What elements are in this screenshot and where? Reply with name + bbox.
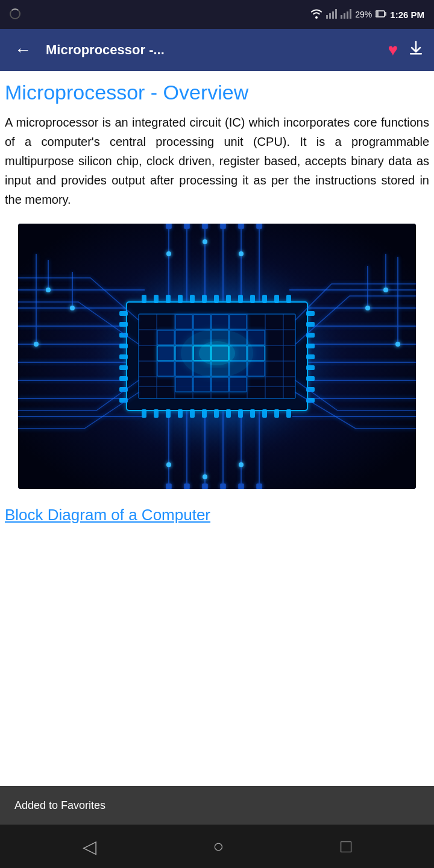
svg-rect-3 — [335, 9, 337, 19]
svg-rect-76 — [306, 376, 315, 381]
svg-rect-144 — [230, 377, 247, 392]
svg-rect-55 — [184, 484, 189, 489]
svg-rect-4 — [341, 15, 342, 19]
svg-rect-119 — [175, 315, 192, 329]
svg-rect-58 — [239, 484, 244, 489]
svg-rect-129 — [157, 346, 174, 360]
svg-rect-121 — [212, 315, 228, 329]
favorite-button[interactable]: ♥ — [388, 40, 398, 60]
time: 1:26 PM — [390, 10, 424, 20]
svg-rect-54 — [166, 484, 171, 489]
svg-rect-100 — [238, 409, 243, 418]
svg-point-153 — [166, 251, 171, 256]
svg-point-146 — [199, 341, 235, 365]
svg-point-154 — [203, 239, 207, 244]
svg-rect-93 — [154, 409, 159, 418]
svg-rect-95 — [178, 409, 183, 418]
svg-rect-73 — [306, 344, 315, 348]
svg-rect-0 — [326, 15, 328, 19]
svg-point-155 — [239, 251, 244, 256]
svg-rect-143 — [212, 377, 228, 392]
chip-image — [18, 224, 416, 489]
svg-rect-89 — [262, 295, 267, 303]
wifi-icon — [310, 9, 322, 20]
svg-rect-80 — [154, 295, 159, 303]
battery-icon — [376, 10, 386, 20]
svg-rect-87 — [238, 295, 243, 303]
nav-title: Microprocessor -... — [46, 42, 378, 58]
svg-rect-88 — [250, 295, 255, 303]
svg-rect-43 — [184, 224, 189, 228]
svg-rect-122 — [230, 315, 247, 329]
svg-rect-96 — [190, 409, 195, 418]
svg-rect-64 — [119, 344, 128, 348]
nav-bar: ← Microprocessor -... ♥ — [0, 29, 434, 71]
svg-rect-1 — [329, 13, 331, 19]
svg-point-148 — [70, 306, 75, 310]
svg-rect-82 — [178, 295, 183, 303]
svg-rect-97 — [202, 409, 207, 418]
svg-point-151 — [365, 306, 370, 310]
svg-rect-91 — [286, 295, 291, 303]
status-icons: 29% 1:26 PM — [310, 9, 424, 20]
svg-rect-90 — [274, 295, 279, 303]
page-title: Microprocessor - Overview — [5, 81, 429, 104]
recent-nav-button[interactable]: □ — [341, 836, 351, 857]
svg-rect-104 — [286, 409, 291, 418]
svg-rect-71 — [306, 322, 315, 327]
svg-rect-99 — [226, 409, 231, 418]
svg-rect-140 — [248, 362, 265, 376]
svg-rect-61 — [119, 311, 128, 316]
svg-rect-2 — [332, 11, 334, 19]
svg-rect-79 — [142, 295, 146, 303]
content-area: Microprocessor - Overview A microprocess… — [0, 71, 434, 786]
svg-rect-62 — [119, 322, 128, 327]
svg-rect-45 — [221, 224, 225, 228]
svg-rect-128 — [248, 330, 265, 345]
svg-rect-94 — [166, 409, 171, 418]
svg-rect-101 — [250, 409, 255, 418]
svg-point-152 — [395, 342, 400, 347]
svg-point-149 — [34, 342, 39, 347]
block-diagram-link[interactable]: Block Diagram of a Computer — [5, 506, 429, 524]
svg-rect-70 — [306, 311, 315, 316]
svg-rect-120 — [193, 315, 210, 329]
svg-rect-47 — [257, 224, 262, 228]
home-nav-button[interactable]: ○ — [213, 836, 224, 857]
svg-rect-42 — [166, 224, 171, 228]
svg-rect-57 — [221, 484, 225, 489]
back-nav-button[interactable]: ◁ — [83, 836, 96, 857]
svg-rect-123 — [157, 330, 174, 345]
svg-rect-11 — [410, 53, 422, 55]
status-spinner — [10, 8, 20, 21]
svg-rect-46 — [239, 224, 244, 228]
svg-rect-84 — [202, 295, 207, 303]
svg-rect-74 — [306, 354, 315, 359]
svg-rect-6 — [347, 11, 348, 19]
svg-rect-65 — [119, 354, 128, 359]
snackbar: Added to Favorites — [0, 786, 434, 825]
svg-point-157 — [203, 474, 207, 479]
svg-rect-59 — [257, 484, 262, 489]
overview-text: A microprocessor is an integrated circui… — [5, 113, 429, 209]
svg-rect-81 — [166, 295, 171, 303]
svg-point-156 — [166, 462, 171, 467]
svg-rect-56 — [203, 484, 207, 489]
download-button[interactable] — [407, 40, 424, 61]
back-button[interactable]: ← — [10, 38, 36, 62]
svg-point-150 — [383, 288, 388, 292]
svg-rect-98 — [214, 409, 219, 418]
bottom-nav-bar: ◁ ○ □ — [0, 825, 434, 868]
svg-rect-67 — [119, 376, 128, 381]
svg-rect-103 — [274, 409, 279, 418]
snackbar-message: Added to Favorites — [14, 799, 105, 812]
svg-rect-141 — [175, 377, 192, 392]
svg-rect-83 — [190, 295, 195, 303]
svg-point-158 — [239, 462, 244, 467]
svg-rect-10 — [385, 12, 386, 16]
svg-rect-86 — [226, 295, 231, 303]
svg-rect-44 — [203, 224, 207, 228]
battery-percentage: 29% — [355, 10, 372, 19]
svg-rect-66 — [119, 365, 128, 370]
signal-icon — [326, 9, 337, 20]
